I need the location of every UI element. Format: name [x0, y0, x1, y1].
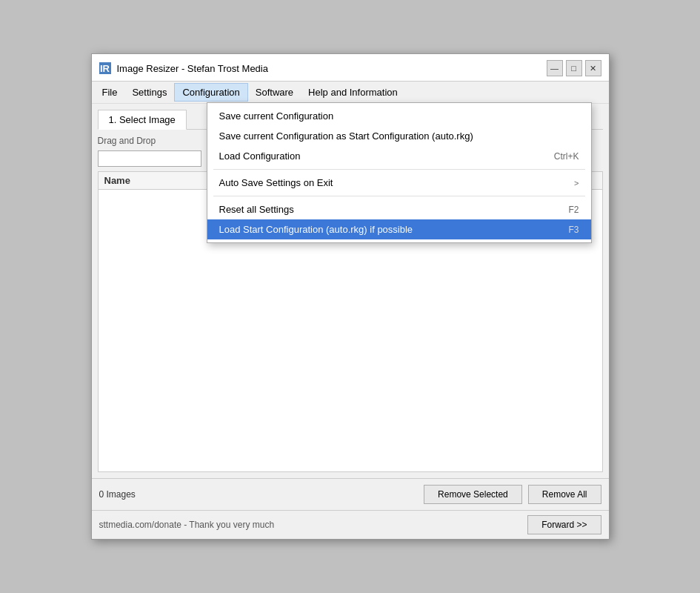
- action-buttons: Remove Selected Remove All: [424, 485, 601, 504]
- minimize-button[interactable]: —: [547, 60, 563, 76]
- menu-bar: File Settings Configuration Software Hel…: [92, 82, 609, 104]
- remove-all-button[interactable]: Remove All: [528, 485, 601, 504]
- configuration-dropdown: Save current Configuration Save current …: [207, 102, 592, 243]
- bottom-bar: 0 Images Remove Selected Remove All: [92, 478, 609, 510]
- title-bar-left: IR Image Resizer - Stefan Trost Media: [99, 62, 268, 74]
- title-controls: — □ ✕: [547, 60, 601, 76]
- close-button[interactable]: ✕: [585, 60, 601, 76]
- dropdown-item-load-config-shortcut: Ctrl+K: [554, 151, 579, 162]
- dropdown-item-save-config-start[interactable]: Save current Configuration as Start Conf…: [207, 126, 591, 146]
- menu-configuration[interactable]: Configuration: [174, 83, 247, 102]
- dropdown-item-load-config[interactable]: Load Configuration Ctrl+K: [207, 146, 591, 166]
- table-column-name: Name: [104, 175, 130, 186]
- remove-selected-button[interactable]: Remove Selected: [424, 485, 522, 504]
- menu-help[interactable]: Help and Information: [301, 84, 405, 101]
- dropdown-item-save-config-label: Save current Configuration: [219, 110, 334, 122]
- file-path-input[interactable]: [98, 150, 201, 167]
- dropdown-item-load-start-config[interactable]: Load Start Configuration (auto.rkg) if p…: [207, 219, 591, 239]
- menu-software[interactable]: Software: [248, 84, 301, 101]
- title-bar: IR Image Resizer - Stefan Trost Media — …: [92, 54, 609, 82]
- status-text: sttmedia.com/donate - Thank you very muc…: [99, 520, 275, 530]
- separator-2: [213, 196, 585, 196]
- dropdown-item-reset-settings-shortcut: F2: [568, 205, 579, 215]
- main-window: IR Image Resizer - Stefan Trost Media — …: [91, 53, 610, 540]
- dropdown-item-reset-settings-label: Reset all Settings: [219, 204, 294, 215]
- image-count: 0 Images: [99, 489, 136, 500]
- dropdown-item-auto-save[interactable]: Auto Save Settings on Exit >: [207, 173, 591, 193]
- menu-file[interactable]: File: [95, 84, 125, 101]
- dropdown-item-load-start-config-shortcut: F3: [568, 225, 579, 235]
- dropdown-item-auto-save-arrow: >: [574, 179, 579, 188]
- dropdown-item-load-config-label: Load Configuration: [219, 150, 301, 162]
- app-icon: IR: [99, 62, 111, 74]
- window-title: Image Resizer - Stefan Trost Media: [117, 63, 268, 74]
- dropdown-item-save-config[interactable]: Save current Configuration: [207, 106, 591, 126]
- maximize-button[interactable]: □: [566, 60, 582, 76]
- separator-1: [213, 169, 585, 170]
- dropdown-item-load-start-config-label: Load Start Configuration (auto.rkg) if p…: [219, 224, 413, 235]
- dropdown-item-reset-settings[interactable]: Reset all Settings F2: [207, 199, 591, 219]
- status-bar: sttmedia.com/donate - Thank you very muc…: [92, 510, 609, 539]
- dropdown-item-save-config-start-label: Save current Configuration as Start Conf…: [219, 130, 473, 142]
- forward-button[interactable]: Forward >>: [527, 515, 601, 534]
- menu-settings[interactable]: Settings: [124, 84, 174, 101]
- app-icon-label: IR: [100, 63, 110, 74]
- dropdown-item-auto-save-label: Auto Save Settings on Exit: [219, 177, 333, 188]
- tab-select-image[interactable]: 1. Select Image: [98, 110, 187, 130]
